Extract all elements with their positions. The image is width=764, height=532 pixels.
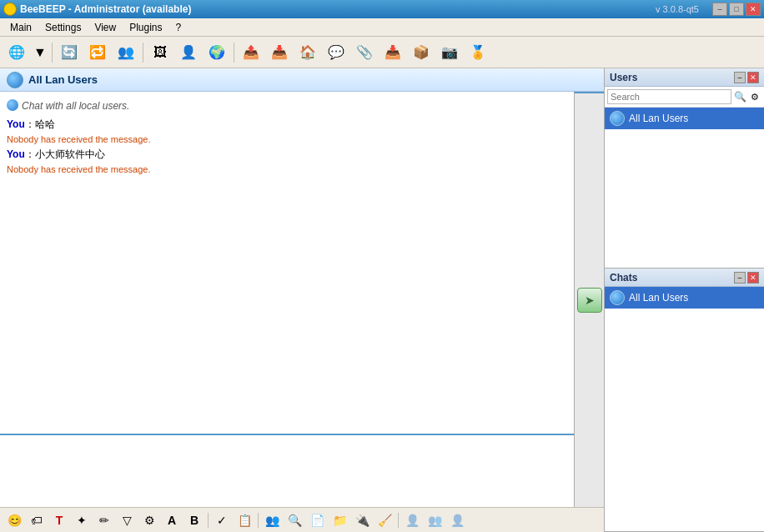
disabled1-btn[interactable]: 👥 <box>424 510 445 530</box>
chats-panel-close-btn[interactable]: ✕ <box>747 272 759 284</box>
bold-btn[interactable]: B <box>183 510 205 530</box>
msg-you-colon-2: ：小大师软件中心 <box>25 148 105 160</box>
box-btn[interactable]: 📦 <box>408 40 435 65</box>
users-search-input[interactable] <box>607 89 731 104</box>
window-controls: – □ ✕ <box>712 3 761 16</box>
chats-panel-header: Chats – ✕ <box>605 269 764 287</box>
file-recv-btn[interactable]: 📥 <box>379 40 406 65</box>
main-toolbar: 🌐 ▼ 🔄 🔁 👥 🖼 👤 🌍 📤 📥 🏠 💬 📎 📥 📦 📷 🏅 <box>0 37 764 68</box>
file-btn[interactable]: 📄 <box>306 510 328 530</box>
title-bar: BeeBEEP - Administrator (available) v 3.… <box>0 0 764 18</box>
title-bar-text: BeeBEEP - Administrator (available) <box>20 3 191 15</box>
users-search-icons: 🔍 ⚙ <box>733 90 761 103</box>
chat-wrapper: All Lan Users Chat with all local users.… <box>0 68 604 532</box>
refresh2-btn[interactable]: 🔁 <box>84 40 111 65</box>
msg-you-2: You：小大师软件中心 <box>7 147 567 162</box>
menu-bar: Main Settings View Plugins ? <box>0 18 764 37</box>
chats-panel-list: All Lan Users <box>605 287 764 531</box>
search2-btn[interactable]: 🔍 <box>284 510 305 530</box>
users-panel-search: 🔍 ⚙ <box>605 87 764 108</box>
users-item-icon-1 <box>610 111 625 126</box>
settings-btn[interactable]: ⚙ <box>138 510 160 530</box>
chat-body: Chat with all local users. You：哈哈 Nobody… <box>0 92 604 507</box>
minimize-btn[interactable]: – <box>712 3 727 16</box>
menu-main[interactable]: Main <box>3 20 38 35</box>
group2-btn[interactable]: 👥 <box>261 510 283 530</box>
filegrp-btn[interactable]: 📁 <box>329 510 350 530</box>
users-panel-title: Users <box>610 72 637 83</box>
chat-input[interactable] <box>0 435 574 507</box>
chats-item-label-1: All Lan Users <box>629 292 688 304</box>
bottom-toolbar: 😊 🏷 T ✦ ✏ ▽ ⚙ A B ✓ 📋 👥 🔍 📄 📁 🔌 🧹 👤 👥 👤 <box>0 507 604 532</box>
text-color-btn[interactable]: T <box>48 510 70 530</box>
spellcheck-btn[interactable]: ✓ <box>211 510 233 530</box>
main-layout: All Lan Users Chat with all local users.… <box>0 68 764 532</box>
file-send-btn[interactable]: 📎 <box>351 40 378 65</box>
magic-btn[interactable]: ✦ <box>71 510 93 530</box>
users-panel: Users – ✕ 🔍 ⚙ All Lan Users <box>605 68 764 269</box>
chats-panel: Chats – ✕ All Lan Users <box>605 269 764 532</box>
disabled2-btn[interactable]: 👤 <box>446 510 468 530</box>
filter-btn[interactable]: ▽ <box>116 510 138 530</box>
msg-icon-1 <box>7 99 18 111</box>
medal-btn[interactable]: 🏅 <box>465 40 491 65</box>
users-search-clear-btn[interactable]: 🔍 <box>733 90 746 103</box>
edit-btn[interactable]: ✏ <box>93 510 115 530</box>
cam-btn[interactable]: 📷 <box>436 40 463 65</box>
msg-received-1: Nobody has received the message. <box>7 132 567 147</box>
toolbar-sep-3 <box>234 43 234 63</box>
screenshot-btn[interactable]: 📋 <box>234 510 255 530</box>
chats-item-icon-1 <box>610 290 625 305</box>
msg-text-1: Chat with all local users. <box>22 98 129 113</box>
chat-messages: Chat with all local users. You：哈哈 Nobody… <box>0 92 574 434</box>
chats-panel-controls: – ✕ <box>734 272 759 284</box>
right-panels: Users – ✕ 🔍 ⚙ All Lan Users <box>604 68 764 532</box>
users-panel-close-btn[interactable]: ✕ <box>747 72 759 83</box>
bt-sep-2 <box>258 513 259 528</box>
send-btn[interactable]: ➤ <box>577 288 602 313</box>
status-dropdown-btn[interactable]: ▼ <box>32 40 48 65</box>
users-item-label-1: All Lan Users <box>629 113 688 124</box>
share-btn[interactable]: 📤 <box>238 40 264 65</box>
chat-btn[interactable]: 💬 <box>323 40 349 65</box>
users-search-options-btn[interactable]: ⚙ <box>748 90 761 103</box>
network-btn[interactable]: 🌍 <box>204 40 230 65</box>
msg-you-1: You：哈哈 <box>7 117 567 132</box>
toolbar-sep-1 <box>52 43 53 63</box>
menu-help[interactable]: ? <box>169 20 188 35</box>
msg-received-text-1: Nobody has received the message. <box>7 134 150 144</box>
toolbar-sep-2 <box>143 43 143 63</box>
bt-sep-1 <box>208 513 209 528</box>
tag-btn[interactable]: 🏷 <box>26 510 48 530</box>
users-panel-min-btn[interactable]: – <box>734 72 746 83</box>
close-btn[interactable]: ✕ <box>746 3 761 16</box>
download-btn[interactable]: 📥 <box>266 40 293 65</box>
font-btn[interactable]: A <box>161 510 183 530</box>
person-btn[interactable]: 👤 <box>401 510 423 530</box>
app-icon <box>3 3 17 16</box>
status-btn[interactable]: 🌐 <box>3 40 30 65</box>
menu-view[interactable]: View <box>88 20 123 35</box>
users-panel-controls: – ✕ <box>734 72 759 83</box>
users-list-item-all-lan[interactable]: All Lan Users <box>605 108 764 129</box>
chats-list-item-all-lan[interactable]: All Lan Users <box>605 287 764 309</box>
msg-you-label-2: You <box>7 148 25 160</box>
home-btn[interactable]: 🏠 <box>294 40 321 65</box>
refresh-btn[interactable]: 🔄 <box>56 40 83 65</box>
users-panel-header: Users – ✕ <box>605 68 764 87</box>
menu-plugins[interactable]: Plugins <box>123 20 168 35</box>
photo-btn[interactable]: 🖼 <box>147 40 173 65</box>
broom-btn[interactable]: 🧹 <box>374 510 395 530</box>
msg-you-label-1: You <box>7 118 25 130</box>
msg-received-2: Nobody has received the message. <box>7 162 567 177</box>
add-user-btn[interactable]: 👤 <box>175 40 202 65</box>
chats-panel-min-btn[interactable]: – <box>734 272 746 284</box>
bt-sep-3 <box>398 513 399 528</box>
version-label: v 3.0.8-qt5 <box>656 4 699 14</box>
menu-settings[interactable]: Settings <box>38 20 88 35</box>
maximize-btn[interactable]: □ <box>729 3 744 16</box>
group-btn[interactable]: 👥 <box>113 40 139 65</box>
plugin-btn[interactable]: 🔌 <box>351 510 373 530</box>
emoji-btn[interactable]: 😊 <box>3 510 25 530</box>
msg-system-1: Chat with all local users. <box>7 98 567 113</box>
